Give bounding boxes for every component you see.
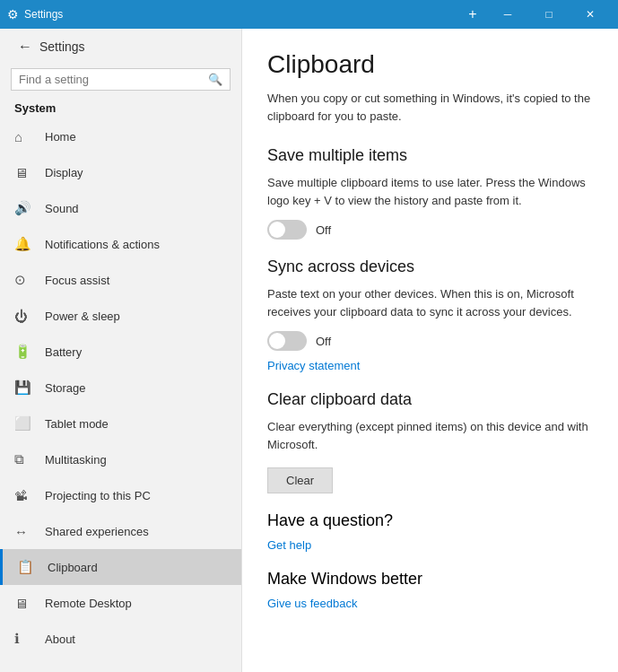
sidebar-item-power[interactable]: ⏻Power & sleep [0, 298, 241, 334]
sound-icon: 🔊 [14, 200, 36, 216]
save-toggle-row: Off [267, 220, 593, 240]
content-description: When you copy or cut something in Window… [267, 90, 593, 125]
sidebar-item-label-display: Display [45, 166, 83, 179]
sidebar-item-label-notifications: Notifications & actions [45, 238, 160, 251]
qa-section: Have a question? Get help [267, 511, 593, 552]
back-button[interactable]: ← [11, 35, 39, 58]
sidebar-item-label-remote: Remote Desktop [45, 597, 132, 610]
sidebar-item-notifications[interactable]: 🔔Notifications & actions [0, 226, 241, 262]
projecting-icon: 📽 [14, 488, 36, 503]
section-sync-title: Sync across devices [267, 257, 593, 276]
sidebar-item-tablet[interactable]: ⬜Tablet mode [0, 406, 241, 441]
tablet-icon: ⬜ [14, 415, 36, 432]
sidebar-search-box[interactable]: 🔍 [11, 68, 231, 91]
section-save-desc: Save multiple clipboard items to use lat… [267, 174, 593, 209]
titlebar: ⚙ Settings + ─ □ ✕ [0, 0, 618, 29]
sidebar-item-label-tablet: Tablet mode [45, 417, 109, 431]
titlebar-controls: ─ □ ✕ [487, 0, 611, 29]
search-input[interactable] [19, 73, 208, 86]
make-better-section: Make Windows better Give us feedback [267, 570, 593, 610]
sidebar-item-label-shared: Shared experiences [45, 525, 149, 538]
sidebar-item-multitasking[interactable]: ⧉Multitasking [0, 441, 241, 477]
sidebar-item-label-battery: Battery [45, 345, 82, 359]
sidebar-item-label-home: Home [45, 130, 76, 144]
get-help-link[interactable]: Get help [267, 538, 311, 552]
sidebar-item-label-multitasking: Multitasking [45, 453, 107, 467]
search-icon: 🔍 [208, 73, 222, 86]
sidebar-item-projecting[interactable]: 📽Projecting to this PC [0, 477, 241, 513]
notifications-icon: 🔔 [14, 236, 36, 252]
about-icon: ℹ [14, 631, 36, 647]
new-tab-button[interactable]: + [458, 0, 487, 29]
close-button[interactable]: ✕ [570, 0, 611, 29]
content-area: Clipboard When you copy or cut something… [242, 29, 618, 672]
clipboard-icon: 📋 [17, 559, 39, 575]
sync-toggle-label: Off [316, 335, 331, 348]
sidebar-item-label-storage: Storage [45, 381, 86, 395]
multitasking-icon: ⧉ [14, 451, 36, 467]
section-save-title: Save multiple items [267, 146, 593, 165]
sidebar-item-remote[interactable]: 🖥Remote Desktop [0, 585, 241, 621]
sidebar-nav-title: Settings [39, 39, 85, 54]
sync-toggle-row: Off [267, 331, 593, 351]
sidebar-items-list: ⌂Home🖥Display🔊Sound🔔Notifications & acti… [0, 118, 241, 657]
maximize-button[interactable]: □ [528, 0, 570, 29]
privacy-statement-link[interactable]: Privacy statement [267, 359, 360, 372]
sidebar-item-clipboard[interactable]: 📋Clipboard [0, 549, 241, 585]
section-clear-desc: Clear everything (except pinned items) o… [267, 418, 593, 453]
sidebar-item-display[interactable]: 🖥Display [0, 154, 241, 190]
sidebar-item-label-sound: Sound [45, 202, 79, 215]
titlebar-title: Settings [24, 8, 455, 21]
display-icon: 🖥 [14, 165, 36, 180]
shared-icon: ↔ [14, 524, 36, 539]
save-multiple-toggle[interactable] [267, 220, 307, 240]
clear-button[interactable]: Clear [267, 467, 333, 493]
sidebar-item-sound[interactable]: 🔊Sound [0, 190, 241, 226]
page-title: Clipboard [267, 50, 593, 79]
sync-devices-toggle[interactable] [267, 331, 307, 351]
save-toggle-label: Off [316, 223, 331, 237]
minimize-button[interactable]: ─ [487, 0, 528, 29]
sidebar-item-storage[interactable]: 💾Storage [0, 370, 241, 406]
sidebar-item-home[interactable]: ⌂Home [0, 118, 241, 154]
sidebar-item-battery[interactable]: 🔋Battery [0, 334, 241, 370]
app-container: ← Settings 🔍 System ⌂Home🖥Display🔊Sound🔔… [0, 29, 618, 672]
power-icon: ⏻ [14, 309, 36, 324]
sidebar-nav-row: ← Settings [0, 29, 241, 65]
focus-icon: ⊙ [14, 272, 36, 288]
remote-icon: 🖥 [14, 596, 36, 611]
sidebar-item-shared[interactable]: ↔Shared experiences [0, 513, 241, 549]
sidebar-item-focus[interactable]: ⊙Focus assist [0, 262, 241, 298]
sidebar-item-label-power: Power & sleep [45, 310, 120, 323]
give-feedback-link[interactable]: Give us feedback [267, 597, 357, 610]
sidebar-item-label-focus: Focus assist [45, 274, 109, 287]
home-icon: ⌂ [14, 129, 36, 144]
storage-icon: 💾 [14, 380, 36, 396]
sidebar-item-about[interactable]: ℹAbout [0, 621, 241, 657]
section-sync-desc: Paste text on your other devices. When t… [267, 285, 593, 320]
sidebar-item-label-projecting: Projecting to this PC [45, 489, 151, 502]
sidebar-item-label-clipboard: Clipboard [48, 561, 98, 574]
settings-icon: ⚙ [7, 7, 19, 22]
make-better-title: Make Windows better [267, 570, 593, 589]
sidebar: ← Settings 🔍 System ⌂Home🖥Display🔊Sound🔔… [0, 29, 242, 672]
sidebar-section-label: System [0, 98, 241, 118]
qa-title: Have a question? [267, 511, 593, 530]
battery-icon: 🔋 [14, 344, 36, 360]
section-clear-title: Clear clipboard data [267, 390, 593, 409]
sidebar-item-label-about: About [45, 633, 75, 646]
